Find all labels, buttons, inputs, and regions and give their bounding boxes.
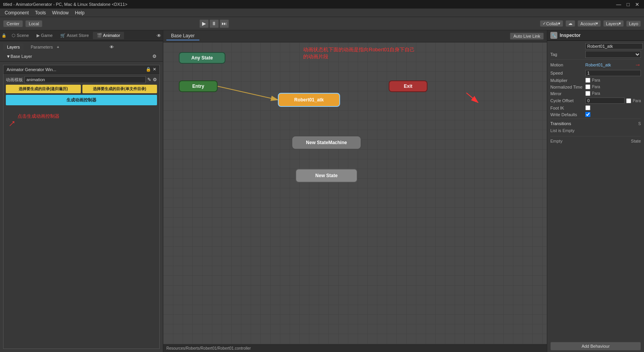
motion-row: Motion Robert01_atk → — [550, 61, 641, 68]
menu-help[interactable]: Help — [72, 9, 88, 16]
inspector-content: Robert01_atk Tag Motion Robert01_atk → S… — [547, 41, 644, 340]
statemachine-node[interactable]: New StateMachine — [291, 136, 361, 150]
recursive-dir-btn[interactable]: 选择要生成的目录(递归遍历) — [6, 85, 81, 93]
step-button[interactable]: ⏭ — [220, 19, 229, 28]
mirror-label: Mirror — [550, 91, 585, 96]
cycle-offset-label: Cycle Offset — [550, 98, 585, 103]
account-button[interactable]: Account ▾ — [578, 20, 601, 27]
anim-template-label: 动画模板 — [6, 77, 23, 83]
generator-title-bar: Animator Generator Win... 🔒 ✕ — [3, 65, 159, 74]
panel-lock-icon: 🔒 — [2, 33, 6, 38]
mirror-row: Mirror Para — [550, 91, 641, 96]
cycle-offset-row: Cycle Offset Para — [550, 98, 641, 104]
main-state-node[interactable]: Robert01_atk — [278, 93, 340, 107]
transitions-label: Transitions — [550, 121, 571, 126]
mirror-para-label: Para — [592, 91, 600, 96]
tab-scene[interactable]: ⬡ Scene — [8, 32, 33, 39]
inspector-icon: 🔧 — [550, 32, 557, 39]
list-empty-label: List is Empty — [550, 127, 641, 134]
empty-label: Empty — [550, 139, 562, 143]
svg-line-3 — [466, 93, 478, 103]
layer-settings-icon[interactable]: ⚙ — [152, 54, 157, 59]
mirror-checkbox[interactable] — [585, 91, 590, 96]
local-button[interactable]: Local — [25, 20, 42, 27]
pause-button[interactable]: ⏸ — [209, 19, 219, 28]
annotation-generate-text: 点击生成动画控制器 — [17, 113, 59, 120]
layers-label: Layers — [606, 21, 619, 26]
dir-buttons-row: 选择要生成的目录(递归遍历) 选择要生成的目录(单文件目录) — [6, 85, 157, 93]
cycle-offset-checkbox[interactable] — [626, 98, 631, 103]
transport-controls: ▶ ⏸ ⏭ — [199, 19, 229, 28]
panel-eye-icon[interactable]: 👁 — [157, 33, 161, 38]
toolbar: Center Local ▶ ⏸ ⏭ ✓ Collab ▾ ☁ Account … — [0, 17, 644, 30]
scene-icon: ⬡ — [12, 33, 17, 38]
object-name-field[interactable]: Robert01_atk — [585, 43, 643, 49]
store-icon: 🛒 — [60, 33, 66, 38]
animator-header: Base Layer Auto Live Link — [163, 30, 547, 42]
tab-layers[interactable]: Layers — [3, 44, 24, 51]
animator-canvas[interactable]: Any State Entry Exit Robert01_atk New St… — [163, 42, 547, 344]
speed-field[interactable] — [585, 70, 641, 76]
menu-tools[interactable]: Tools — [32, 9, 49, 16]
generator-close-icon[interactable]: ✕ — [153, 67, 156, 72]
annotation-arrow-up: ↑ — [6, 117, 19, 130]
layers-button[interactable]: Layers ▾ — [603, 20, 624, 27]
foot-ik-checkbox[interactable] — [585, 105, 590, 110]
speed-row: Speed — [550, 70, 641, 76]
generator-window-title: Animator Generator Win... — [7, 67, 56, 72]
window-controls[interactable]: — □ ✕ — [614, 2, 641, 7]
foot-ik-label: Foot IK — [550, 106, 585, 110]
collab-button[interactable]: ✓ Collab ▾ — [540, 20, 563, 27]
layers-dropdown-icon: ▾ — [619, 21, 621, 26]
animator-area: Base Layer Auto Live Link — [163, 30, 547, 352]
layout-button[interactable]: Layo — [626, 21, 641, 27]
generator-content: 动画模板 ✎ ⚙ 选择要生成的目录(递归遍历) 选择要生成的目录(单文件目录) … — [3, 74, 159, 146]
tab-animator[interactable]: 🎬 Animator — [93, 32, 124, 39]
anim-template-input[interactable] — [24, 76, 146, 83]
settings-icon[interactable]: ⚙ — [153, 77, 157, 82]
generate-controller-btn[interactable]: 生成动画控制器 — [6, 95, 157, 105]
close-btn[interactable]: ✕ — [634, 2, 641, 7]
any-state-node[interactable]: Any State — [179, 52, 225, 64]
titlebar-text: titled - AnimatorGenerator - PC, Mac & L… — [3, 2, 127, 7]
game-icon: ▶ — [37, 33, 41, 38]
base-layer-item[interactable]: ▼ Base Layer ⚙ — [0, 52, 163, 61]
menu-window[interactable]: Window — [49, 9, 72, 16]
newstate-node[interactable]: New State — [295, 169, 358, 183]
object-name-row: Robert01_atk — [550, 43, 641, 49]
write-defaults-checkbox[interactable] — [585, 112, 590, 117]
any-state-label: Any State — [191, 55, 213, 61]
titlebar: titled - AnimatorGenerator - PC, Mac & L… — [0, 0, 644, 9]
base-layer-tab[interactable]: Base Layer — [166, 32, 199, 40]
tab-parameters[interactable]: Parameters — [27, 44, 57, 51]
entry-label: Entry — [192, 84, 204, 89]
canvas-footer: Resources/Roberts/Robert01/Robert01.cont… — [163, 344, 547, 352]
multiplier-checkbox[interactable] — [585, 78, 590, 83]
auto-live-link-btn[interactable]: Auto Live Link — [510, 33, 544, 40]
tag-select[interactable] — [585, 51, 641, 58]
entry-node[interactable]: Entry — [179, 80, 218, 92]
play-button[interactable]: ▶ — [199, 19, 209, 28]
tab-asset-store[interactable]: 🛒 Asset Store — [56, 32, 92, 39]
maximize-btn[interactable]: □ — [625, 2, 631, 7]
cloud-button[interactable]: ☁ — [565, 20, 575, 27]
tab-game[interactable]: ▶ Game — [33, 32, 56, 39]
edit-icon[interactable]: ✎ — [147, 77, 151, 82]
normalized-time-row: Normalized Time Para — [550, 84, 641, 89]
menu-component[interactable]: Component — [2, 9, 32, 16]
annotation-area: 点击生成动画控制器 ↑ — [6, 113, 157, 144]
multiplier-para-label: Para — [592, 78, 600, 82]
exit-node[interactable]: Exit — [389, 80, 428, 92]
motion-label: Motion — [550, 63, 585, 67]
transitions-row: Transitions S — [550, 120, 641, 127]
account-dropdown-icon: ▾ — [596, 21, 598, 26]
cycle-offset-field[interactable] — [585, 98, 625, 104]
single-dir-btn[interactable]: 选择要生成的目录(单文件目录) — [82, 85, 157, 93]
normalized-time-checkbox[interactable] — [585, 84, 590, 89]
collab-icon: ✓ — [543, 21, 546, 26]
center-button[interactable]: Center — [3, 20, 23, 27]
layers-add-btn[interactable]: + — [57, 45, 107, 49]
add-behaviour-btn[interactable]: Add Behaviour — [550, 342, 641, 350]
minimize-btn[interactable]: — — [614, 2, 623, 7]
editor-tab-bar: 🔒 ⬡ Scene ▶ Game 🛒 Asset Store 🎬 Animato… — [0, 30, 163, 41]
